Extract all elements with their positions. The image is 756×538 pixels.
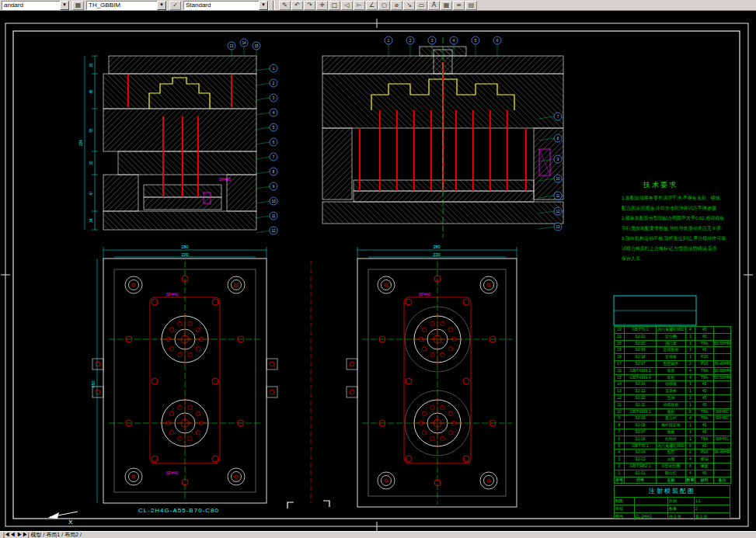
titleblock-cell: 数量 [668,505,695,512]
svg-text:12: 12 [556,210,560,213]
dimstyle-dropdown-value: Standard [186,2,211,9]
balloon-callout: 7 [256,153,277,161]
section-view-top-right [322,37,563,238]
viewport-mark [323,501,329,507]
titleblock-cell [635,505,668,512]
style-check-icon[interactable]: ✓ [169,1,181,10]
svg-text:11: 11 [556,194,560,198]
tech-req-line: 3.顶出机构运动平稳,顶杆复位到位,开合模动作可靠, [622,234,742,244]
parts-row: 22GB/T70.1内六角螺钉M12445 [615,327,731,334]
parts-row: 8SJ-08推杆固定板145 [615,422,731,429]
balloon-callout: 8 [256,168,277,175]
tech-req-line: 平行度按装配要求检验,导柱导套滑动灵活无卡滞. [622,224,742,234]
zoom-window-icon[interactable]: □ [329,1,340,10]
titleblock-cell: 2 [695,505,730,512]
leader-icon[interactable]: ↘ [403,1,415,10]
tech-req-line: 1.装配前须将各零件清理干净,不得有毛刺、锈蚀, [622,193,742,203]
title-block: 注射模装配图 制图 比例 1:1 审核 数量 2 图号 CL-2H4G 共 1 … [614,485,730,519]
parts-row: 6SJ-06拉料杆1T8A50HRC [615,436,731,443]
textstyle-dropdown[interactable]: TH_GBBIM ▼ [86,1,167,10]
tech-req-line: 2.模板装配后分型面贴合间隙不大于0.02,相邻模板 [622,213,742,224]
redo-icon[interactable]: ↷ [304,1,315,10]
detail-boundary [614,296,696,325]
plan-view-bottom-right: SP#40 280 220 [347,245,517,507]
balloon-callout: 5 [256,123,277,131]
dim-text: 220 [181,252,188,257]
parts-row: 3SJ-03水嘴4黄铜 [615,456,731,463]
parts-row: 20SJ-20浇口套1T8A50-55HRC [615,340,731,347]
tech-requirements: 技术要求 1.装配前须将各零件清理干净,不得有毛刺、锈蚀, 配合面涂润滑油,冷却… [622,180,742,264]
drawing-label: CL-2H4G-A55-B70-C80 [138,507,219,514]
table-icon[interactable]: ▦ [441,1,452,10]
parts-row: 5GB/T70.1内六角螺钉M10645 [615,443,731,449]
tech-requirements-lines: 1.装配前须将各零件清理干净,不得有毛刺、锈蚀, 配合面涂润滑油,冷却水道吹净并… [622,193,742,264]
chevron-down-icon[interactable]: ▼ [157,1,166,10]
dimstyle-dropdown[interactable]: Standard ▼ [183,1,269,10]
balloon-callout: 2 [256,79,277,87]
titleblock-cell: 1:1 [695,498,730,505]
dim-text: 224 [79,140,83,146]
parts-row: 18SJ-18定模板1P20 [615,354,731,361]
titleblock-cell: 审核 [615,505,635,512]
parts-row: 16GB/T4169.3导套4T8A50-55HRC [615,367,731,374]
dim-aligned-icon[interactable]: ∠ [366,1,378,10]
toolbar-icon-group: ✎↶↷✛□◁⊢∠○⌀↘▭A▦≡▤ [279,1,477,10]
sp-mark-text: SP#40 [419,292,430,297]
parts-row: 17SJ-17型腔镶件2P2036-40HRC [615,360,731,367]
parts-row: 21SJ-21定位圈145 [615,333,731,340]
dim-text: 280 [433,245,440,249]
titleblock-cell: 图号 [615,513,635,520]
balloon-callout: 6 [256,138,277,146]
svg-text:13: 13 [229,44,234,48]
balloon-callout: 1 [385,36,392,57]
properties-icon[interactable]: ▤ [465,1,477,10]
parts-row: 12SJ-12垫块245 [615,394,731,401]
titleblock-cell: 第 1 张 [695,513,730,520]
balloon-callout: 14 [240,39,248,57]
undo-icon[interactable]: ↶ [291,1,303,10]
tolerance-icon[interactable]: ▭ [416,1,427,10]
parts-header-row: 序号代号名称数量材料备注 [615,477,731,484]
toolbar-separator [273,1,275,10]
svg-text:11: 11 [272,214,276,218]
layers-icon[interactable]: ≡ [453,1,465,10]
dim-linear-icon[interactable]: ⊢ [354,1,365,10]
text-icon[interactable]: A [428,1,440,10]
parts-row: 2GB/T3452.1O形密封圈8橡胶 [615,463,731,470]
parts-row: 9SJ-09复位杆4T8A50HRC [615,415,731,422]
titleblock-cell: 比例 [668,498,695,505]
layout-tab-bar[interactable]: |◀◀ ▶▶| 模型 / 布局1 / 布局2 / [0,531,756,538]
dim-diameter-icon[interactable]: ⌀ [391,1,402,10]
balloon-callout: 13 [538,223,562,231]
top-toolbar: andard ▼ ▦ TH_GBBIM ▼ ✓ Standard ▼ ✎↶↷✛□… [0,0,756,11]
dim-radius-icon[interactable]: ○ [378,1,390,10]
titleblock-cell [635,498,668,505]
layer-dropdown-value: andard [4,2,23,9]
parts-row: 4SJ-04型芯2P2036-40HRC [615,449,731,456]
chevron-down-icon[interactable]: ▼ [259,1,268,10]
tech-req-line: 试模合格后打上合格标记,分型面涂防锈油,妥善 [622,244,742,254]
cad-application-window: andard ▼ ▦ TH_GBBIM ▼ ✓ Standard ▼ ✎↶↷✛□… [0,0,756,538]
balloon-callout: 3 [256,94,277,102]
balloon-callout: 11 [256,212,277,220]
dim-text: 23 [89,63,93,68]
balloon-callout: 10 [256,197,277,205]
pan-icon[interactable]: ✛ [316,1,328,10]
sp-mark-text: SP#60 [219,177,231,182]
svg-text:14: 14 [242,41,246,45]
parts-row: 10GB/T4169.1推杆8T8A50HRC [615,408,731,415]
svg-text:X: X [68,519,73,526]
parts-row: 14SJ-14动模板145 [615,381,731,388]
svg-text:15: 15 [254,44,259,48]
match-properties-icon[interactable]: ✎ [279,1,291,10]
sp-mark-text: SP#40 [166,470,178,475]
layer-dropdown[interactable]: andard ▼ [2,1,70,10]
layer-manager-icon[interactable]: ▦ [72,1,84,10]
layout-tabs[interactable]: |◀◀ ▶▶| 模型 / 布局1 / 布局2 / [3,532,82,537]
parts-row: 1SJ-01限位钉445 [615,470,731,477]
chevron-down-icon[interactable]: ▼ [60,1,69,10]
section-view-top-left: SP#60 23 45 55 30 47 24 224 [79,56,256,230]
parts-row: 7SJ-07推板145 [615,429,731,436]
zoom-previous-icon[interactable]: ◁ [341,1,353,10]
sp-mark-text: SP#40 [166,292,178,297]
